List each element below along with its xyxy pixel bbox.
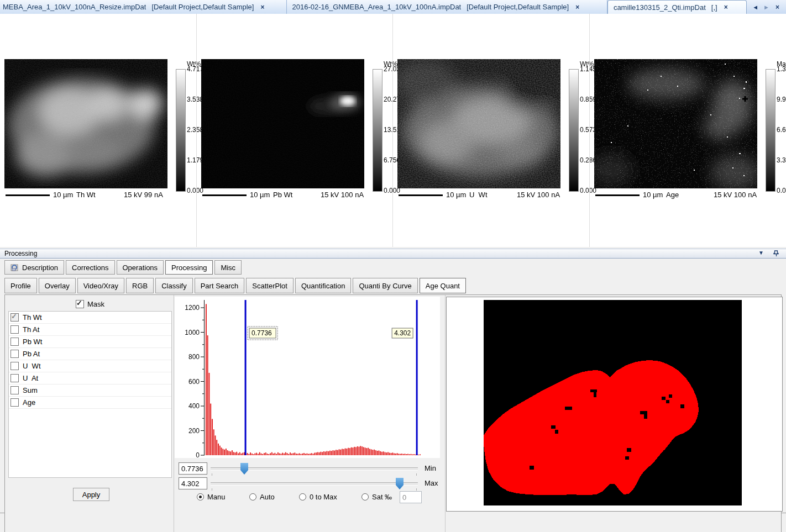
channel-checkbox[interactable]: [11, 350, 19, 358]
sub-tab-rgb[interactable]: RGB: [126, 278, 154, 293]
map-image-pb-wt[interactable]: [201, 59, 364, 188]
panel-pin-icon[interactable]: [773, 250, 779, 259]
channel-label: Th Wt: [23, 313, 42, 322]
channel-row-pb-at[interactable]: Pb At: [9, 348, 171, 360]
max-slider-handle[interactable]: [396, 478, 404, 489]
file-tab-project: [Default Project,Default Sample]: [151, 3, 254, 11]
sub-tab-video-xray[interactable]: Video/Xray: [77, 278, 124, 293]
map-element-label: Pb Wt: [273, 191, 292, 199]
main-tab-label: Description: [22, 264, 58, 272]
svg-text:600: 600: [188, 378, 200, 386]
min-slider-handle[interactable]: [240, 463, 248, 475]
map-image-age[interactable]: [594, 59, 757, 188]
main-tab-label: Operations: [123, 264, 158, 272]
min-value-input[interactable]: [179, 462, 207, 475]
colorbar-ticks: 1.3E49.9E36.6E33.3E30.0E0: [777, 66, 786, 194]
sub-tab-classify[interactable]: Classify: [155, 278, 193, 293]
channel-row-sum[interactable]: Sum: [9, 384, 171, 397]
main-tab-label: Misc: [221, 264, 235, 272]
radio-0-to-max[interactable]: 0 to Max: [299, 493, 337, 501]
radio-label: Manu: [207, 493, 226, 501]
sub-tab-quanti-by-curve[interactable]: Quanti By Curve: [353, 278, 417, 293]
svg-text:800: 800: [188, 353, 200, 361]
max-value-input[interactable]: [179, 477, 207, 489]
sub-tab-age-quant[interactable]: Age Quant: [420, 278, 466, 293]
main-tab-label: Corrections: [72, 264, 108, 272]
sat-permille-input[interactable]: [400, 491, 422, 503]
channel-row-th-wt[interactable]: Th Wt: [9, 312, 171, 324]
sub-tab-quantification[interactable]: Quantification: [295, 278, 352, 293]
tab-close-icon[interactable]: ×: [574, 3, 580, 11]
colorbar-tick-label: 9.9E3: [777, 96, 786, 103]
main-tab-label: Processing: [171, 264, 207, 272]
radio-label: Auto: [260, 493, 275, 501]
panel-title: Processing: [4, 250, 37, 257]
colorbar-gradient: [176, 69, 186, 192]
colorbar-tick-label: 1.3E4: [777, 66, 786, 72]
radio-manu[interactable]: Manu: [197, 493, 226, 501]
sub-tab-label: Age Quant: [426, 282, 460, 290]
channel-checkbox[interactable]: [11, 386, 19, 394]
tab-list-close-icon[interactable]: ×: [774, 3, 780, 11]
main-tab-misc[interactable]: Misc: [214, 260, 242, 275]
sub-tab-profile[interactable]: Profile: [4, 278, 37, 293]
file-tab-project: [Default Project,Default Sample]: [467, 3, 569, 11]
main-tab-corrections[interactable]: Corrections: [66, 260, 114, 275]
apply-button[interactable]: Apply: [73, 488, 109, 501]
channel-row-u-at[interactable]: U At: [9, 372, 171, 384]
radio-auto[interactable]: Auto: [249, 493, 275, 501]
max-slider-track[interactable]: [211, 482, 418, 486]
channel-row-u-wt[interactable]: U Wt: [9, 360, 171, 372]
tab-scroll-right-icon[interactable]: ►: [763, 4, 769, 10]
map-image-u-wt[interactable]: [397, 59, 560, 188]
mask-checkbox[interactable]: [76, 300, 84, 308]
sub-tab-overlay[interactable]: Overlay: [39, 278, 76, 293]
channel-checkbox[interactable]: [11, 398, 19, 407]
mask-result-image[interactable]: [484, 300, 742, 505]
tab-scroll-left-icon[interactable]: ◄: [752, 4, 758, 10]
histogram-plot[interactable]: 0200400600800100012000.77364.302: [175, 297, 440, 458]
colorbar-gradient: [373, 69, 382, 192]
beam-conditions-label: 15 kV 100 nA: [714, 191, 757, 199]
channel-list: Th WtTh AtPb WtPb AtU WtU AtSumAge: [8, 311, 172, 478]
channel-checkbox[interactable]: [11, 362, 19, 370]
channel-checkbox[interactable]: [11, 325, 19, 334]
tab-close-icon[interactable]: ×: [723, 3, 729, 11]
map-image-th-wt[interactable]: [4, 59, 167, 188]
sub-tab-label: RGB: [132, 282, 148, 290]
channel-row-pb-wt[interactable]: Pb Wt: [9, 336, 171, 348]
main-tab-operations[interactable]: Operations: [117, 260, 164, 275]
file-tab-active[interactable]: camille130315_2_Qti.impDat [,] ×: [607, 0, 747, 14]
main-tab-description[interactable]: Description: [4, 260, 64, 275]
beam-conditions-label: 15 kV 99 nA: [124, 191, 163, 199]
map-caption: 10 µm Pb Wt 15 kV 100 nA: [197, 190, 394, 201]
channel-label: U At: [23, 374, 38, 382]
main-tab-processing[interactable]: Processing: [165, 260, 213, 275]
svg-text:0.7736: 0.7736: [251, 329, 272, 337]
beam-conditions-label: 15 kV 100 nA: [321, 191, 364, 199]
sub-tab-scatterplot[interactable]: ScatterPlot: [246, 278, 294, 293]
beam-conditions-label: 15 kV 100 nA: [517, 191, 560, 199]
processing-panel-header[interactable]: Processing ▼: [0, 249, 786, 259]
description-icon: [11, 264, 19, 271]
map-element-label: U Wt: [469, 191, 488, 199]
channel-row-age[interactable]: Age: [9, 397, 171, 409]
file-tab[interactable]: 2016-02-16_GNMEBA_Area_1_10kV_100nA.impD…: [287, 0, 607, 14]
channel-row-th-at[interactable]: Th At: [9, 324, 171, 336]
channel-checkbox[interactable]: [11, 338, 19, 346]
tab-close-icon[interactable]: ×: [259, 3, 265, 11]
file-tab-project: [,]: [711, 3, 717, 12]
channel-checkbox[interactable]: [11, 313, 19, 322]
mask-header-label: Mask: [87, 300, 104, 308]
scalebar: [595, 194, 640, 196]
sub-tab-part-search[interactable]: Part Search: [195, 278, 245, 293]
scaling-mode-radios: ManuAuto0 to MaxSat ‰: [175, 493, 440, 507]
panel-collapse-icon[interactable]: ▼: [758, 250, 764, 256]
channel-checkbox[interactable]: [11, 374, 19, 382]
channel-label: Age: [23, 398, 35, 407]
radio-label: 0 to Max: [310, 493, 337, 501]
file-tab[interactable]: MEBA_Area_1_10kV_100nA_Resize.impDat [De…: [0, 0, 287, 14]
min-label: Min: [425, 464, 436, 472]
map-element-label: Age: [666, 191, 679, 199]
radio-sat-[interactable]: Sat ‰: [361, 493, 392, 501]
